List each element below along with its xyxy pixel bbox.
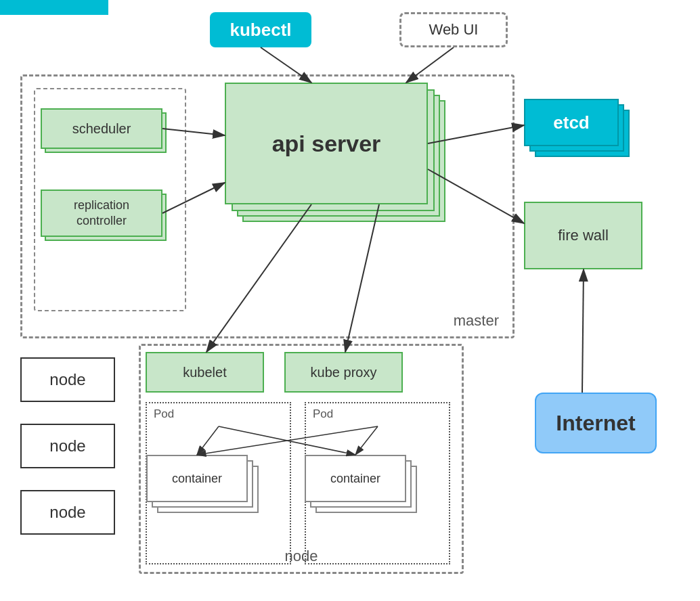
top-bar: [0, 0, 108, 15]
kubeproxy-box: kube proxy: [284, 352, 403, 393]
container2-box: container: [305, 455, 406, 502]
api-server-label: api server: [272, 131, 381, 157]
diagram-container: kubectl Web UI master scheduler replicat…: [0, 0, 700, 601]
node-box-2: node: [20, 424, 115, 468]
firewall-label: fire wall: [558, 227, 609, 244]
kubectl-label: kubectl: [229, 20, 291, 41]
webui-label: Web UI: [429, 21, 479, 39]
node1-label: node: [49, 370, 85, 389]
container2-label: container: [330, 472, 380, 486]
master-label: master: [454, 312, 499, 330]
pod2-label: Pod: [313, 407, 333, 421]
internet-box: Internet: [535, 393, 657, 453]
node3-label: node: [49, 503, 85, 522]
replication-label: replication controller: [74, 198, 129, 229]
api-server-box: api server: [225, 83, 428, 204]
firewall-box: fire wall: [524, 202, 642, 269]
kubelet-box: kubelet: [146, 352, 264, 393]
etcd-label: etcd: [553, 112, 589, 133]
replication-controller-box: replication controller: [41, 190, 162, 237]
webui-box: Web UI: [399, 12, 508, 47]
etcd-box: etcd: [524, 99, 619, 146]
kubeproxy-label: kube proxy: [311, 365, 377, 380]
kubelet-label: kubelet: [183, 365, 227, 380]
kubectl-box: kubectl: [210, 12, 311, 47]
node-box-3: node: [20, 490, 115, 535]
pod1-label: Pod: [154, 407, 174, 421]
scheduler-box: scheduler: [41, 108, 162, 149]
internet-label: Internet: [556, 411, 635, 436]
container1-label: container: [172, 472, 222, 486]
node2-label: node: [49, 437, 85, 455]
node-box-1: node: [20, 357, 115, 402]
container1-box: container: [146, 455, 248, 502]
scheduler-label: scheduler: [72, 121, 131, 137]
svg-line-10: [582, 269, 584, 393]
